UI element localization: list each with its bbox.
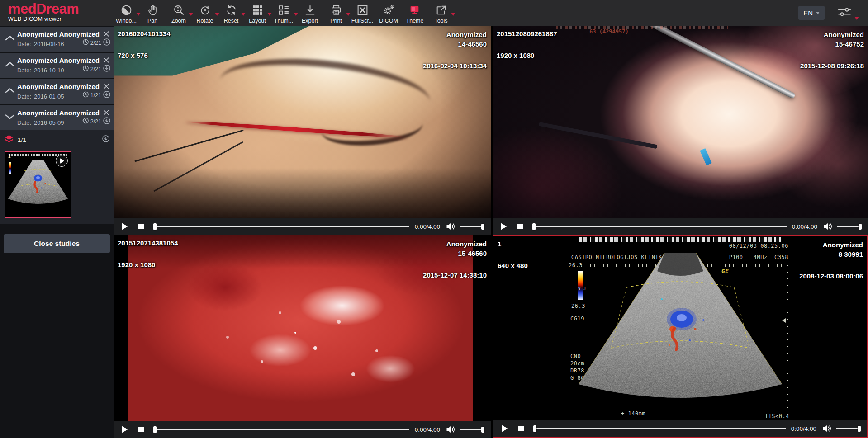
volume-slider[interactable] bbox=[460, 425, 484, 433]
toolbar-dicom[interactable]: DICOM bbox=[375, 2, 402, 24]
video-still bbox=[128, 235, 473, 421]
us-fan-image bbox=[568, 252, 793, 406]
us-ruler-vertical bbox=[787, 265, 788, 408]
overlay-resolution: 720 x 576 bbox=[118, 52, 148, 59]
video-detail bbox=[556, 26, 728, 29]
toolbar-export[interactable]: Export bbox=[297, 2, 323, 24]
play-button[interactable] bbox=[120, 424, 130, 434]
dropdown-caret-icon[interactable] bbox=[451, 13, 455, 18]
series-panel: 1/1 1 bbox=[0, 130, 114, 224]
overlay-datetime: 2016-02-04 10:13:34 bbox=[423, 62, 487, 70]
viewport-top-left[interactable]: 20160204101334 720 x 576 Anonymized14-46… bbox=[114, 26, 491, 235]
study-item-4[interactable]: Anonymized Anonymized Date:2016-05-09 2/… bbox=[0, 105, 114, 130]
toolbar-window-level[interactable]: Windo... bbox=[113, 2, 139, 24]
dicom-gears-icon bbox=[383, 4, 395, 16]
speaker-icon[interactable] bbox=[822, 424, 834, 433]
viewport-bottom-left[interactable]: 2015120714381054 1920 x 1080 Anonymized1… bbox=[114, 235, 491, 438]
seek-slider[interactable] bbox=[153, 222, 409, 231]
seek-slider[interactable] bbox=[533, 424, 786, 433]
toolbar-theme[interactable]: Theme bbox=[402, 2, 428, 24]
download-study-icon[interactable] bbox=[103, 38, 111, 48]
dropdown-caret-icon[interactable] bbox=[854, 17, 859, 22]
study-item-3[interactable]: Anonymized Anonymized Date:2016-01-05 1/… bbox=[0, 79, 114, 104]
study-date-value: 2016-01-05 bbox=[34, 93, 64, 100]
seek-slider[interactable] bbox=[532, 222, 787, 231]
rotate-icon bbox=[199, 4, 211, 16]
app-logo-text: medDream bbox=[8, 2, 112, 16]
toolbar-reset[interactable]: Reset bbox=[218, 2, 244, 24]
chevron-up-icon[interactable] bbox=[5, 34, 15, 42]
study-patient-name: Anonymized Anonymized bbox=[17, 109, 100, 117]
toolbar-print[interactable]: Print bbox=[323, 2, 349, 24]
seek-handle[interactable] bbox=[153, 223, 157, 230]
speaker-icon[interactable] bbox=[823, 221, 835, 231]
settings-sliders-button[interactable] bbox=[837, 6, 858, 20]
video-frame[interactable]: 08/12/03 08:25:06 GASTROENTEROLOGIJOS KL… bbox=[493, 236, 867, 420]
toolbar-thumbnails[interactable]: Thum... bbox=[270, 2, 297, 24]
close-studies-button[interactable]: Close studies bbox=[4, 234, 110, 253]
toolbar-label: Windo... bbox=[116, 18, 137, 24]
overlay-accession: 14-46560 bbox=[458, 40, 487, 48]
video-frame[interactable]: 63 (4294957) 2015120809261887 1920 x 108… bbox=[493, 26, 868, 218]
toolbar-label: Layout bbox=[249, 18, 266, 24]
overlay-instance-id: 1 bbox=[498, 240, 501, 248]
seek-handle[interactable] bbox=[532, 223, 536, 230]
play-button[interactable] bbox=[500, 424, 510, 433]
toolbar-label: Thum... bbox=[274, 18, 293, 24]
video-frame[interactable]: 2015120714381054 1920 x 1080 Anonymized1… bbox=[114, 235, 491, 421]
layout-grid-icon bbox=[251, 4, 264, 16]
history-clock-icon bbox=[82, 91, 89, 100]
series-thumbnail[interactable]: 1 bbox=[5, 151, 71, 218]
chevron-down-icon[interactable] bbox=[5, 113, 15, 121]
video-frame[interactable]: 20160204101334 720 x 576 Anonymized14-46… bbox=[114, 26, 491, 218]
download-series-icon[interactable] bbox=[102, 135, 110, 145]
stop-button[interactable] bbox=[515, 221, 525, 231]
stop-button[interactable] bbox=[136, 424, 146, 434]
play-button[interactable] bbox=[499, 221, 509, 231]
viewport-top-right[interactable]: 63 (4294957) 2015120809261887 1920 x 108… bbox=[493, 26, 868, 235]
language-value: EN bbox=[803, 9, 813, 17]
toolbar-rotate[interactable]: Rotate bbox=[192, 2, 218, 24]
toolbar-fullscreen[interactable]: FullScr... bbox=[349, 2, 375, 24]
study-item-2[interactable]: Anonymized Anonymized Date:2016-10-10 2/… bbox=[0, 53, 114, 78]
volume-handle[interactable] bbox=[481, 224, 484, 230]
volume-handle[interactable] bbox=[481, 427, 484, 433]
speaker-icon[interactable] bbox=[446, 424, 457, 434]
study-patient-name: Anonymized Anonymized bbox=[17, 83, 100, 90]
play-button[interactable] bbox=[120, 221, 130, 231]
us-tis-value: TIS<0.4 bbox=[765, 413, 789, 419]
volume-slider[interactable] bbox=[837, 222, 862, 231]
overlay-instance-id: 2015120809261887 bbox=[497, 30, 557, 38]
seek-handle[interactable] bbox=[533, 425, 536, 432]
play-overlay-icon[interactable] bbox=[56, 155, 68, 167]
stop-button[interactable] bbox=[516, 424, 526, 433]
overlay-resolution: 1920 x 1080 bbox=[118, 261, 155, 268]
chevron-up-icon[interactable] bbox=[5, 87, 15, 95]
viewport-bottom-right-selected[interactable]: 08/12/03 08:25:06 GASTROENTEROLOGIJOS KL… bbox=[493, 235, 868, 438]
history-clock-icon bbox=[82, 65, 89, 74]
toolbar-label: Print bbox=[330, 18, 342, 24]
chevron-up-icon[interactable] bbox=[5, 61, 15, 69]
language-selector[interactable]: EN bbox=[798, 6, 825, 20]
seek-handle[interactable] bbox=[153, 426, 157, 433]
volume-slider[interactable] bbox=[460, 222, 484, 231]
download-study-icon[interactable] bbox=[103, 117, 111, 127]
overlay-patient-name: Anonymized bbox=[823, 241, 863, 249]
study-date: Date:2016-01-05 bbox=[17, 93, 64, 100]
toolbar-pan[interactable]: Pan bbox=[139, 2, 166, 24]
toolbar-layout[interactable]: Layout bbox=[244, 2, 270, 24]
speaker-icon[interactable] bbox=[446, 221, 457, 231]
stop-button[interactable] bbox=[136, 221, 146, 231]
seek-slider[interactable] bbox=[153, 425, 409, 433]
toolbar-zoom[interactable]: Zoom bbox=[166, 2, 192, 24]
toolbar-tools[interactable]: Tools bbox=[428, 2, 454, 24]
volume-handle[interactable] bbox=[858, 426, 861, 432]
toolbar-label: Reset bbox=[224, 18, 239, 24]
study-item-1[interactable]: Anonymized Anonymized Date:2018-08-16 2/… bbox=[0, 27, 114, 52]
download-study-icon[interactable] bbox=[103, 90, 111, 100]
overlay-patient-name: Anonymized bbox=[446, 31, 487, 38]
volume-slider[interactable] bbox=[836, 424, 861, 433]
study-date-value: 2016-05-09 bbox=[34, 119, 64, 126]
volume-handle[interactable] bbox=[859, 224, 862, 230]
download-study-icon[interactable] bbox=[103, 64, 111, 74]
